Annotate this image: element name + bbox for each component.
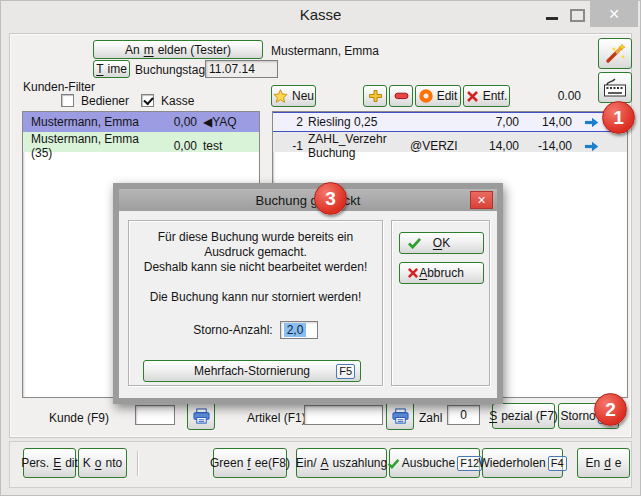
- star-icon: [273, 89, 288, 103]
- entf-button-label: Entf.: [483, 89, 508, 103]
- add-booking-button[interactable]: [363, 85, 387, 107]
- customer-tag: test: [203, 139, 253, 153]
- booking-row[interactable]: 2 Riesling 0,25 7,00 14,00: [273, 112, 627, 132]
- storno-anzahl-field[interactable]: 2,0: [280, 321, 318, 339]
- zahl-input[interactable]: [447, 405, 480, 425]
- anmelden-button[interactable]: Anmelden (Tester): [93, 40, 263, 59]
- zahl-label: Zahl: [419, 411, 442, 425]
- current-user-name: Mustermann, Emma: [271, 44, 379, 58]
- edit-button-label: Edit: [437, 89, 458, 103]
- kasse-checkbox-label[interactable]: Kasse: [161, 94, 194, 108]
- entf-booking-button[interactable]: Entf.: [463, 85, 510, 107]
- booking-qty: -1: [279, 139, 303, 153]
- artikel-input[interactable]: [304, 405, 383, 425]
- mehrfach-key-label: F5: [336, 364, 355, 379]
- actions-groupbox: OK Abbruch: [391, 220, 490, 386]
- storno-anzahl-value: 2,0: [284, 323, 307, 337]
- bediener-checkbox[interactable]: [61, 94, 74, 107]
- booking-arrow-icon: [577, 117, 599, 128]
- buchungstag-field[interactable]: 11.07.14: [205, 60, 278, 78]
- dialog-message-line: Ausdruck gemacht.: [129, 245, 382, 260]
- buchungstag-label: Buchungstag: [135, 63, 205, 77]
- kunde-label: Kunde (F9): [49, 411, 109, 425]
- keyboard-icon: [603, 77, 627, 98]
- abbruch-button-label: Abbruch: [419, 266, 464, 280]
- x-icon: [407, 267, 419, 279]
- customer-row[interactable]: Mustermann, Emma (35) 0,00 test: [23, 132, 259, 152]
- customer-tag: ◀YAQ: [203, 115, 253, 129]
- booking-amount: 14,00: [524, 115, 572, 129]
- kunde-input[interactable]: [135, 405, 175, 425]
- annotation-badge-1: 1: [602, 101, 635, 134]
- dialog-message-line: Deshalb kann sie nicht bearbeitet werden…: [129, 260, 382, 275]
- artikel-label: Artikel (F1): [247, 411, 306, 425]
- dialog-message-line: Für diese Buchung wurde bereits ein: [129, 230, 382, 245]
- pers-edit-button[interactable]: Pers.Edit: [23, 448, 76, 478]
- minimize-button[interactable]: [542, 5, 562, 25]
- booking-name: Riesling 0,25: [308, 115, 405, 129]
- remove-booking-button[interactable]: [389, 85, 413, 107]
- mehrfach-stornierung-button[interactable]: Mehrfach-Stornierung F5: [143, 360, 361, 382]
- ausbuche-button[interactable]: Ausbuche F12: [389, 448, 480, 478]
- ausbuche-button-label: Ausbuche: [402, 456, 455, 470]
- bediener-checkbox-label[interactable]: Bediener: [81, 94, 129, 108]
- keyboard-button[interactable]: [598, 72, 632, 103]
- titlebar: Kasse: [1, 1, 640, 31]
- konto-button[interactable]: Konto: [78, 448, 127, 478]
- kasse-window: Kasse Anmelden (Tester) Mustermann, Emma…: [0, 0, 641, 496]
- wiederholen-button[interactable]: Wiederholen F4: [482, 448, 563, 478]
- delete-x-icon: [466, 90, 479, 103]
- neu-button[interactable]: Neu: [271, 85, 316, 107]
- minus-icon: [394, 92, 409, 100]
- storno-anzahl-label: Storno-Anzahl:: [193, 323, 272, 337]
- customer-name: Mustermann, Emma: [31, 115, 147, 129]
- customer-amount: 0,00: [153, 115, 197, 129]
- printer-icon: [192, 408, 211, 425]
- close-button[interactable]: [590, 1, 638, 27]
- artikel-print-button[interactable]: [386, 402, 414, 430]
- wiederholen-key-label: F4: [548, 456, 567, 471]
- storno-button-label: Storno: [560, 409, 595, 423]
- ok-button-label: OK: [433, 236, 450, 250]
- booking-row[interactable]: -1 ZAHL_Verzehr Buchung @VERZI 14,00 -14…: [273, 132, 627, 152]
- kunde-print-button[interactable]: [187, 402, 215, 430]
- annotation-badge-2: 2: [594, 393, 627, 426]
- abbruch-button[interactable]: Abbruch: [399, 262, 484, 284]
- magic-wand-icon: [604, 43, 626, 65]
- time-button[interactable]: Time: [93, 60, 130, 78]
- wand-button[interactable]: [598, 38, 632, 69]
- neu-button-label: Neu: [292, 89, 314, 103]
- booking-qty: 2: [279, 115, 303, 129]
- kasse-checkbox[interactable]: [141, 94, 154, 107]
- customer-amount: 0,00: [153, 139, 197, 153]
- dialog-close-button[interactable]: [470, 191, 493, 209]
- booking-amount: -14,00: [524, 139, 572, 153]
- booking-price: 14,00: [473, 139, 519, 153]
- ein-auszahlung-button[interactable]: Ein/Auszahlung: [296, 448, 387, 478]
- customer-name: Mustermann, Emma (35): [31, 132, 147, 160]
- dialog-titlebar: Buchung gedruckt: [119, 189, 497, 211]
- booking-name: ZAHL_Verzehr Buchung: [308, 132, 405, 160]
- customer-row[interactable]: Mustermann, Emma 0,00 ◀YAQ: [23, 112, 259, 132]
- edit-booking-button[interactable]: Edit: [415, 85, 461, 107]
- booking-price: 7,00: [473, 115, 519, 129]
- check-icon: [407, 237, 422, 249]
- dialog-message-line: Die Buchung kann nur storniert werden!: [129, 290, 382, 305]
- message-groupbox: Für diese Buchung wurde bereits ein Ausd…: [128, 220, 383, 386]
- check-icon: [387, 458, 400, 469]
- edit-ring-icon: [419, 89, 433, 103]
- booking-total: 0.00: [521, 89, 581, 103]
- ok-button[interactable]: OK: [399, 232, 484, 254]
- kunden-filter-label: Kunden-Filter: [23, 80, 95, 94]
- mehrfach-stornierung-label: Mehrfach-Stornierung: [194, 364, 310, 378]
- plus-icon: [368, 89, 383, 103]
- buchung-gedruckt-dialog: Buchung gedruckt Für diese Buchung wurde…: [113, 183, 503, 404]
- printer-icon: [391, 408, 410, 425]
- annotation-badge-3: 3: [314, 182, 347, 215]
- greenfee-button[interactable]: Greenfee(F8): [213, 448, 287, 478]
- spezial-button[interactable]: Spezial (F7): [492, 403, 555, 429]
- booking-code: @VERZI: [410, 139, 468, 153]
- ende-button[interactable]: Ende: [577, 448, 630, 478]
- maximize-button[interactable]: [567, 5, 587, 25]
- footer-divider: [137, 451, 139, 476]
